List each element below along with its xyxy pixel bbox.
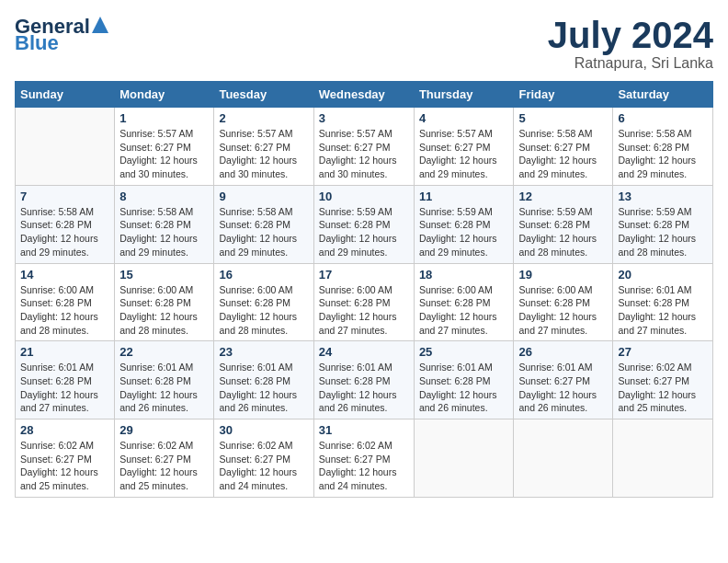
header-tuesday: Tuesday bbox=[214, 82, 313, 108]
day-info: Sunrise: 6:01 AM Sunset: 6:28 PM Dayligh… bbox=[119, 361, 209, 415]
day-cell: 20Sunrise: 6:01 AM Sunset: 6:28 PM Dayli… bbox=[613, 263, 713, 341]
day-number: 29 bbox=[119, 423, 209, 437]
day-cell bbox=[16, 108, 115, 186]
day-number: 21 bbox=[20, 345, 109, 359]
day-number: 22 bbox=[119, 345, 209, 359]
day-cell: 24Sunrise: 6:01 AM Sunset: 6:28 PM Dayli… bbox=[313, 341, 414, 419]
day-cell: 21Sunrise: 6:01 AM Sunset: 6:28 PM Dayli… bbox=[16, 341, 115, 419]
day-number: 7 bbox=[20, 190, 109, 203]
day-number: 14 bbox=[20, 268, 109, 282]
day-info: Sunrise: 5:59 AM Sunset: 6:28 PM Dayligh… bbox=[419, 205, 509, 259]
day-info: Sunrise: 6:00 AM Sunset: 6:28 PM Dayligh… bbox=[119, 283, 209, 338]
day-cell: 19Sunrise: 6:00 AM Sunset: 6:28 PM Dayli… bbox=[514, 263, 613, 341]
day-cell: 1Sunrise: 5:57 AM Sunset: 6:27 PM Daylig… bbox=[115, 108, 214, 186]
day-info: Sunrise: 5:58 AM Sunset: 6:27 PM Dayligh… bbox=[518, 127, 608, 181]
day-cell: 7Sunrise: 5:58 AM Sunset: 6:28 PM Daylig… bbox=[16, 185, 115, 263]
day-cell: 10Sunrise: 5:59 AM Sunset: 6:28 PM Dayli… bbox=[313, 185, 414, 263]
day-number: 3 bbox=[319, 111, 409, 125]
day-info: Sunrise: 6:02 AM Sunset: 6:27 PM Dayligh… bbox=[219, 439, 308, 493]
header-wednesday: Wednesday bbox=[313, 82, 414, 108]
day-cell bbox=[514, 419, 613, 498]
day-info: Sunrise: 5:58 AM Sunset: 6:28 PM Dayligh… bbox=[119, 205, 209, 259]
day-number: 11 bbox=[419, 190, 509, 203]
week-row-4: 21Sunrise: 6:01 AM Sunset: 6:28 PM Dayli… bbox=[16, 341, 713, 419]
day-cell: 12Sunrise: 5:59 AM Sunset: 6:28 PM Dayli… bbox=[514, 185, 613, 263]
day-number: 10 bbox=[319, 190, 409, 203]
day-info: Sunrise: 6:00 AM Sunset: 6:28 PM Dayligh… bbox=[419, 283, 509, 338]
day-info: Sunrise: 5:59 AM Sunset: 6:28 PM Dayligh… bbox=[518, 205, 608, 259]
day-info: Sunrise: 6:01 AM Sunset: 6:27 PM Dayligh… bbox=[518, 361, 608, 415]
day-number: 25 bbox=[419, 345, 509, 359]
day-cell: 13Sunrise: 5:59 AM Sunset: 6:28 PM Dayli… bbox=[613, 185, 713, 263]
page-header: General Blue July 2024 Ratnapura, Sri La… bbox=[15, 15, 713, 72]
header-thursday: Thursday bbox=[414, 82, 514, 108]
day-info: Sunrise: 5:57 AM Sunset: 6:27 PM Dayligh… bbox=[419, 127, 509, 181]
day-info: Sunrise: 6:01 AM Sunset: 6:28 PM Dayligh… bbox=[419, 361, 509, 415]
header-row: SundayMondayTuesdayWednesdayThursdayFrid… bbox=[16, 82, 713, 108]
day-number: 1 bbox=[119, 111, 209, 125]
day-number: 30 bbox=[219, 423, 308, 437]
day-info: Sunrise: 6:02 AM Sunset: 6:27 PM Dayligh… bbox=[119, 439, 209, 493]
day-info: Sunrise: 5:58 AM Sunset: 6:28 PM Dayligh… bbox=[618, 127, 708, 181]
day-cell: 26Sunrise: 6:01 AM Sunset: 6:27 PM Dayli… bbox=[514, 341, 613, 419]
day-cell: 15Sunrise: 6:00 AM Sunset: 6:28 PM Dayli… bbox=[115, 263, 214, 341]
day-cell: 29Sunrise: 6:02 AM Sunset: 6:27 PM Dayli… bbox=[115, 419, 214, 498]
day-number: 23 bbox=[219, 345, 308, 359]
day-cell: 4Sunrise: 5:57 AM Sunset: 6:27 PM Daylig… bbox=[414, 108, 514, 186]
day-number: 5 bbox=[518, 111, 608, 125]
header-friday: Friday bbox=[514, 82, 613, 108]
day-cell: 27Sunrise: 6:02 AM Sunset: 6:27 PM Dayli… bbox=[613, 341, 713, 419]
logo-icon bbox=[92, 17, 108, 33]
day-info: Sunrise: 6:02 AM Sunset: 6:27 PM Dayligh… bbox=[20, 439, 109, 493]
svg-marker-0 bbox=[92, 17, 108, 33]
day-number: 31 bbox=[319, 423, 409, 437]
calendar-table: SundayMondayTuesdayWednesdayThursdayFrid… bbox=[15, 81, 713, 498]
day-cell: 2Sunrise: 5:57 AM Sunset: 6:27 PM Daylig… bbox=[214, 108, 313, 186]
day-number: 18 bbox=[419, 268, 509, 282]
title-block: July 2024 Ratnapura, Sri Lanka bbox=[548, 15, 713, 72]
day-cell: 14Sunrise: 6:00 AM Sunset: 6:28 PM Dayli… bbox=[16, 263, 115, 341]
day-cell bbox=[613, 419, 713, 498]
day-number: 16 bbox=[219, 268, 308, 282]
header-saturday: Saturday bbox=[613, 82, 713, 108]
day-info: Sunrise: 5:57 AM Sunset: 6:27 PM Dayligh… bbox=[219, 127, 308, 181]
day-cell: 25Sunrise: 6:01 AM Sunset: 6:28 PM Dayli… bbox=[414, 341, 514, 419]
day-cell: 18Sunrise: 6:00 AM Sunset: 6:28 PM Dayli… bbox=[414, 263, 514, 341]
day-number: 24 bbox=[319, 345, 409, 359]
day-info: Sunrise: 6:00 AM Sunset: 6:28 PM Dayligh… bbox=[219, 283, 308, 338]
day-cell: 11Sunrise: 5:59 AM Sunset: 6:28 PM Dayli… bbox=[414, 185, 514, 263]
day-info: Sunrise: 6:01 AM Sunset: 6:28 PM Dayligh… bbox=[618, 283, 708, 338]
day-number: 6 bbox=[618, 111, 708, 125]
header-sunday: Sunday bbox=[16, 82, 115, 108]
day-number: 13 bbox=[618, 190, 708, 203]
location: Ratnapura, Sri Lanka bbox=[548, 55, 713, 72]
week-row-5: 28Sunrise: 6:02 AM Sunset: 6:27 PM Dayli… bbox=[16, 419, 713, 498]
day-cell: 16Sunrise: 6:00 AM Sunset: 6:28 PM Dayli… bbox=[214, 263, 313, 341]
day-cell: 31Sunrise: 6:02 AM Sunset: 6:27 PM Dayli… bbox=[313, 419, 414, 498]
week-row-3: 14Sunrise: 6:00 AM Sunset: 6:28 PM Dayli… bbox=[16, 263, 713, 341]
day-cell: 6Sunrise: 5:58 AM Sunset: 6:28 PM Daylig… bbox=[613, 108, 713, 186]
day-info: Sunrise: 5:57 AM Sunset: 6:27 PM Dayligh… bbox=[319, 127, 409, 181]
day-info: Sunrise: 6:02 AM Sunset: 6:27 PM Dayligh… bbox=[319, 439, 409, 493]
day-info: Sunrise: 5:58 AM Sunset: 6:28 PM Dayligh… bbox=[219, 205, 308, 259]
logo-blue: Blue bbox=[15, 31, 59, 54]
day-number: 9 bbox=[219, 190, 308, 203]
day-info: Sunrise: 5:59 AM Sunset: 6:28 PM Dayligh… bbox=[618, 205, 708, 259]
day-info: Sunrise: 5:58 AM Sunset: 6:28 PM Dayligh… bbox=[20, 205, 109, 259]
day-cell: 30Sunrise: 6:02 AM Sunset: 6:27 PM Dayli… bbox=[214, 419, 313, 498]
day-number: 27 bbox=[618, 345, 708, 359]
day-number: 15 bbox=[119, 268, 209, 282]
day-info: Sunrise: 6:01 AM Sunset: 6:28 PM Dayligh… bbox=[219, 361, 308, 415]
day-info: Sunrise: 6:00 AM Sunset: 6:28 PM Dayligh… bbox=[518, 283, 608, 338]
day-number: 12 bbox=[518, 190, 608, 203]
day-number: 4 bbox=[419, 111, 509, 125]
day-cell: 9Sunrise: 5:58 AM Sunset: 6:28 PM Daylig… bbox=[214, 185, 313, 263]
logo: General Blue bbox=[15, 15, 108, 55]
day-cell: 3Sunrise: 5:57 AM Sunset: 6:27 PM Daylig… bbox=[313, 108, 414, 186]
day-cell: 28Sunrise: 6:02 AM Sunset: 6:27 PM Dayli… bbox=[16, 419, 115, 498]
day-info: Sunrise: 5:59 AM Sunset: 6:28 PM Dayligh… bbox=[319, 205, 409, 259]
day-cell: 5Sunrise: 5:58 AM Sunset: 6:27 PM Daylig… bbox=[514, 108, 613, 186]
day-cell bbox=[414, 419, 514, 498]
day-number: 17 bbox=[319, 268, 409, 282]
day-info: Sunrise: 6:00 AM Sunset: 6:28 PM Dayligh… bbox=[319, 283, 409, 338]
